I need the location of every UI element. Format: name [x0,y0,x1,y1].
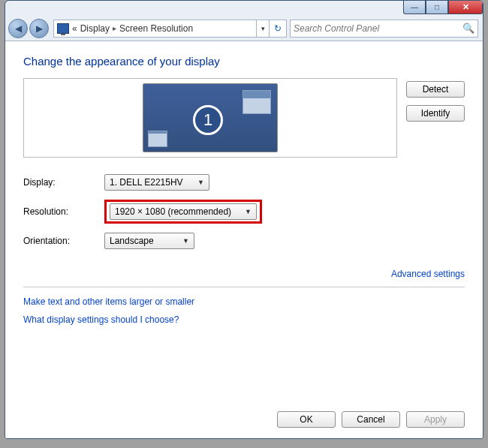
help-links: Make text and other items larger or smal… [23,296,465,325]
maximize-button[interactable]: □ [426,1,448,14]
breadcrumb-screen-resolution[interactable]: Screen Resolution [119,23,193,34]
display-preview-row: 1 Detect Identify [23,78,465,158]
chevron-down-icon: ▼ [191,179,204,186]
refresh-icon: ↻ [274,23,282,34]
breadcrumb[interactable]: « Display ▸ Screen Resolution [53,20,256,38]
display-label: Display: [23,177,104,188]
display-help-link[interactable]: What display settings should I choose? [23,314,465,325]
control-panel-window: — □ ✕ ◀ ▶ « Display ▸ Screen Resolution … [5,0,483,439]
back-button[interactable]: ◀ [8,19,28,38]
breadcrumb-dropdown[interactable]: ▾ [256,20,270,38]
resolution-highlight: 1920 × 1080 (recommended) ▼ [104,200,262,224]
orientation-dropdown[interactable]: Landscape ▼ [104,233,194,249]
orientation-value: Landscape [110,236,154,246]
text-size-link[interactable]: Make text and other items larger or smal… [23,296,465,307]
monitor-number: 1 [203,110,212,130]
advanced-settings-link[interactable]: Advanced settings [391,269,465,279]
close-button[interactable]: ✕ [448,1,483,14]
resolution-dropdown[interactable]: 1920 × 1080 (recommended) ▼ [110,203,257,220]
search-input[interactable] [294,23,462,34]
chevron-down-icon: ▼ [176,237,189,245]
apply-button[interactable]: Apply [406,411,465,428]
divider [23,287,465,287]
search-box[interactable]: 🔍 [290,20,478,38]
breadcrumb-display[interactable]: Display [80,23,110,34]
display-icon [57,23,69,34]
settings-form: Display: 1. DELL E2215HV ▼ Resolution: 1… [23,174,465,249]
orientation-label: Orientation: [23,236,104,246]
forward-icon: ▶ [36,23,43,34]
resolution-value: 1920 × 1080 (recommended) [115,206,231,217]
search-icon: 🔍 [462,23,474,34]
breadcrumb-prefix: « [72,23,77,34]
display-value: 1. DELL E2215HV [110,177,183,188]
display-row: Display: 1. DELL E2215HV ▼ [23,174,465,191]
content-area: Change the appearance of your display 1 … [5,41,483,438]
resolution-row: Resolution: 1920 × 1080 (recommended) ▼ [23,200,465,224]
display-preview-box: 1 [23,78,397,158]
refresh-button[interactable]: ↻ [269,20,287,38]
preview-taskbar-thumb [148,131,167,147]
preview-window-thumb [242,90,271,114]
maximize-icon: □ [435,3,439,11]
window-titlebar: — □ ✕ [5,1,483,16]
page-title: Change the appearance of your display [23,55,465,68]
ok-button[interactable]: OK [277,411,336,428]
chevron-down-icon: ▼ [239,208,252,215]
chevron-down-icon: ▾ [261,25,265,32]
explorer-navbar: ◀ ▶ « Display ▸ Screen Resolution ▾ ↻ 🔍 [5,16,483,41]
orientation-row: Orientation: Landscape ▼ [23,233,465,249]
resolution-label: Resolution: [23,206,104,217]
cancel-button[interactable]: Cancel [342,411,400,428]
breadcrumb-separator: ▸ [113,24,116,32]
nav-buttons: ◀ ▶ [8,19,49,38]
close-icon: ✕ [462,2,469,12]
minimize-icon: — [411,3,418,11]
dialog-footer: OK Cancel Apply [277,411,465,428]
display-dropdown[interactable]: 1. DELL E2215HV ▼ [104,174,209,191]
detect-button[interactable]: Detect [406,81,465,98]
forward-button[interactable]: ▶ [29,19,49,38]
preview-side-buttons: Detect Identify [406,78,465,122]
minimize-button[interactable]: — [403,1,426,14]
back-icon: ◀ [15,23,22,34]
advanced-settings-row: Advanced settings [23,269,465,279]
monitor-preview[interactable]: 1 [143,83,278,152]
identify-button[interactable]: Identify [406,105,465,122]
monitor-number-badge: 1 [193,105,223,135]
